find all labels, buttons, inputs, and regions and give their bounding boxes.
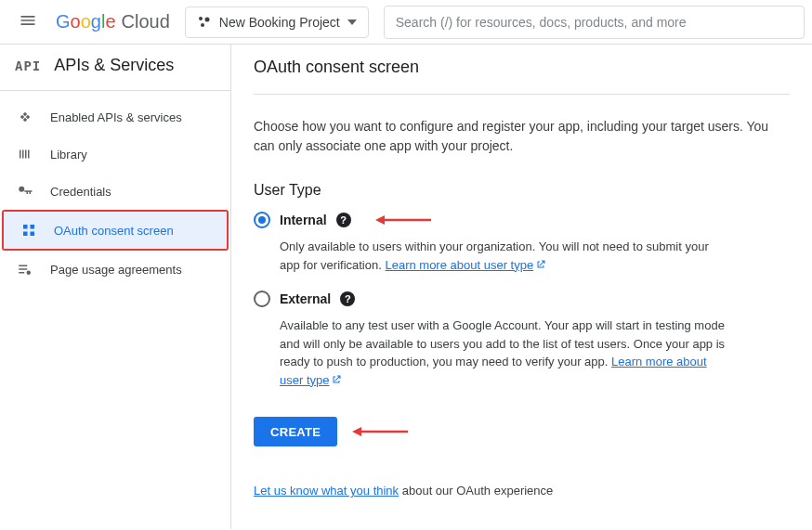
help-icon[interactable]: ? <box>336 213 351 227</box>
radio-external-label: External <box>280 291 331 306</box>
feedback-text: Let us know what you think about our OAu… <box>254 484 790 498</box>
sidebar: API APIs & Services Enabled APIs & servi… <box>0 45 231 529</box>
logo-cloud: Cloud <box>122 11 170 32</box>
sidebar-header: API APIs & Services <box>0 45 230 86</box>
project-icon <box>197 15 212 30</box>
page-title: OAuth consent screen <box>254 45 790 95</box>
logo[interactable]: Google Cloud <box>56 11 170 32</box>
radio-internal-label: Internal <box>280 213 327 227</box>
consent-icon <box>20 222 37 239</box>
external-link-icon <box>331 372 342 383</box>
sidebar-title: APIs & Services <box>54 56 174 75</box>
sidebar-item-enabled[interactable]: Enabled APIs & services <box>0 98 230 136</box>
create-button[interactable]: CREATE <box>254 417 337 446</box>
sidebar-item-label: Enabled APIs & services <box>50 110 182 124</box>
learn-more-internal[interactable]: Learn more about user type <box>385 258 546 272</box>
api-icon: API <box>15 58 41 73</box>
annotation-arrow <box>375 214 431 226</box>
sidebar-item-label: Credentials <box>50 185 111 199</box>
search-placeholder: Search (/) for resources, docs, products… <box>396 15 687 30</box>
main-content: OAuth consent screen Choose how you want… <box>231 45 812 529</box>
radio-internal[interactable] <box>254 212 270 228</box>
sidebar-item-label: Library <box>50 148 87 162</box>
sidebar-item-label: OAuth consent screen <box>54 224 174 238</box>
caret-down-icon <box>347 18 357 27</box>
help-icon[interactable]: ? <box>340 291 355 306</box>
settings-list-icon <box>17 261 33 278</box>
external-description: Available to any test user with a Google… <box>280 317 726 389</box>
svg-point-0 <box>199 17 203 20</box>
sidebar-item-oauth[interactable]: OAuth consent screen <box>4 212 227 249</box>
external-link-icon <box>535 257 546 268</box>
sidebar-item-library[interactable]: Library <box>0 136 230 173</box>
project-name: New Booking Project <box>219 15 340 30</box>
sidebar-item-agreements[interactable]: Page usage agreements <box>0 251 230 288</box>
svg-point-1 <box>204 17 209 21</box>
internal-description: Only available to users within your orga… <box>280 238 726 274</box>
sidebar-item-label: Page usage agreements <box>50 263 182 277</box>
key-icon <box>17 183 33 200</box>
svg-point-2 <box>201 23 204 27</box>
sidebar-item-credentials[interactable]: Credentials <box>0 173 230 210</box>
project-selector[interactable]: New Booking Project <box>185 6 369 38</box>
menu-icon[interactable] <box>7 0 48 44</box>
intro-text: Choose how you want to configure and reg… <box>254 117 774 156</box>
search-input[interactable]: Search (/) for resources, docs, products… <box>384 6 805 39</box>
diamond-icon <box>17 109 33 125</box>
annotation-arrow <box>352 426 408 437</box>
library-icon <box>17 146 33 162</box>
feedback-link[interactable]: Let us know what you think <box>254 484 399 498</box>
radio-external[interactable] <box>254 291 270 307</box>
user-type-heading: User Type <box>254 182 790 199</box>
